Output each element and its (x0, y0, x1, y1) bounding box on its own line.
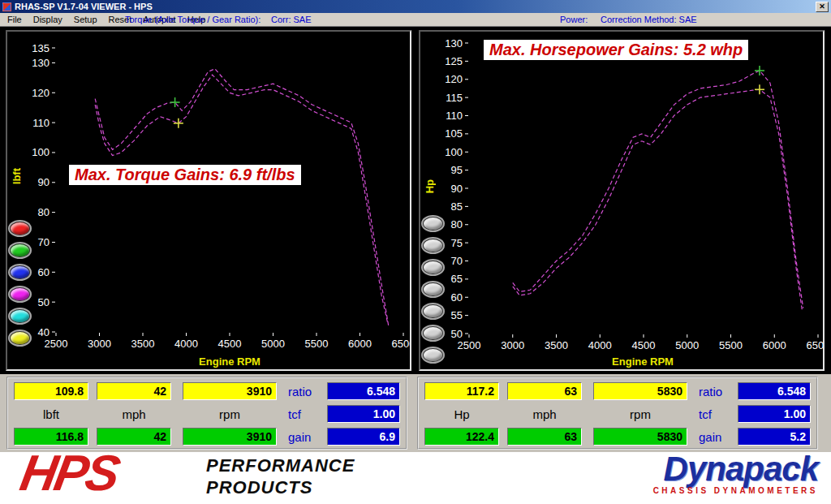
gain-label: gain (695, 430, 738, 444)
torque-color-button-2[interactable] (10, 265, 30, 279)
speed-unit-label: mph (507, 407, 582, 421)
y-tick-label: 105 (445, 127, 463, 140)
y-tick-label: 60 (451, 291, 463, 304)
y-tick-label: 50 (451, 328, 463, 340)
torque-color-button-3[interactable] (10, 287, 30, 301)
y-tick-label: 70 (38, 236, 50, 248)
power-header-label: Power: (560, 15, 588, 24)
power-color-button-6[interactable] (423, 348, 443, 362)
y-tick-label: 120 (32, 87, 50, 99)
torque-y-axis-label: lbft (11, 168, 23, 184)
x-tick-label: 3000 (88, 338, 111, 350)
rpm-run1-value: 3910 (183, 382, 277, 400)
y-tick-label: 50 (38, 296, 50, 308)
power-color-button-2[interactable] (423, 261, 443, 274)
ratio-label: ratio (285, 385, 327, 398)
torque-correction-label: Corr: SAE (271, 15, 312, 24)
power-color-button-4[interactable] (423, 304, 443, 318)
power-color-button-3[interactable] (423, 282, 443, 296)
y-tick-label: 130 (32, 57, 50, 69)
y-tick-label: 125 (445, 55, 463, 67)
power-color-button-5[interactable] (423, 326, 443, 340)
torque-color-button-1[interactable] (10, 243, 30, 257)
torque-gain-annotation: Max. Torque Gains: 6.9 ft/lbs (69, 165, 301, 185)
power-color-button-0[interactable] (423, 217, 443, 230)
torque-color-button-4[interactable] (10, 309, 30, 323)
ratio-value: 6.548 (327, 382, 400, 400)
y-tick-label: 130 (445, 37, 463, 50)
y-tick-label: 135 (32, 42, 50, 54)
y-tick-label: 60 (38, 266, 50, 278)
power-plot[interactable]: 5055606570758085909510010511011512012513… (420, 32, 823, 369)
power-run1-value: 117.2 (424, 382, 499, 400)
x-tick-label: 5500 (305, 338, 329, 350)
speed-run2-value: 63 (507, 428, 582, 446)
x-tick-label: 3500 (131, 338, 155, 350)
power-y-axis-label: Hp (424, 179, 436, 193)
y-tick-label: 40 (38, 326, 50, 338)
power-run2-value: 122.4 (424, 428, 499, 446)
y-tick-label: 80 (38, 206, 50, 218)
gain-label: gain (285, 430, 327, 444)
power-chart-panel: 5055606570758085909510010511011512012513… (419, 30, 825, 371)
speed-unit-label: mph (97, 407, 171, 421)
x-tick-label: 2500 (458, 339, 481, 351)
close-button[interactable]: ✕ (816, 2, 829, 12)
torque-readout-panel: 109.8 42 3910 ratio 6.548 lbft mph rpm t… (6, 377, 407, 450)
y-tick-label: 65 (451, 273, 463, 285)
menu-display[interactable]: Display (28, 15, 68, 24)
torque-color-button-0[interactable] (10, 222, 30, 235)
power-correction-label: Correction Method: SAE (601, 15, 697, 24)
x-tick-label: 5000 (675, 339, 699, 351)
power-plot-color-buttons (423, 217, 443, 362)
x-tick-label: 6500 (807, 339, 823, 351)
rpm-run1-value: 5830 (593, 382, 687, 400)
torque-plot-color-buttons (10, 222, 30, 345)
x-tick-label: 3000 (501, 339, 524, 351)
tcf-value: 1.00 (327, 405, 400, 423)
menu-file[interactable]: File (2, 15, 28, 24)
torque-header-label: Torque (Axle Torque / Gear Ratio): (125, 15, 260, 24)
gain-value: 5.2 (738, 428, 811, 446)
y-tick-label: 110 (32, 117, 50, 129)
readout-strip: 109.8 42 3910 ratio 6.548 lbft mph rpm t… (0, 374, 831, 452)
x-tick-label: 4500 (218, 338, 242, 350)
power-color-button-1[interactable] (423, 239, 443, 252)
hps-tagline: PERFORMANCE PRODUCTS (206, 454, 355, 498)
x-tick-label: 4000 (174, 338, 198, 350)
torque-x-axis-label: Engine RPM (56, 355, 403, 368)
x-tick-label: 6000 (763, 339, 786, 351)
y-tick-label: 100 (445, 146, 463, 158)
window-title: RHAS-SP V1.7-04 VIEWER - HPS (15, 2, 153, 11)
dyno-curve-gain_run (95, 69, 389, 326)
speed-run1-value: 42 (97, 382, 171, 400)
rpm-unit-label: rpm (593, 407, 687, 421)
menu-bar: File Display Setup Reset Autoplot Help T… (0, 13, 831, 27)
torque-run2-value: 116.8 (14, 428, 88, 446)
x-tick-label: 5500 (719, 339, 743, 351)
y-tick-label: 70 (451, 255, 463, 267)
torque-color-button-5[interactable] (10, 331, 30, 345)
dyno-curve-baseline (95, 75, 388, 323)
power-x-axis-label: Engine RPM (469, 355, 816, 368)
y-tick-label: 90 (38, 176, 50, 188)
dyno-curve-baseline (513, 89, 803, 312)
x-tick-label: 4500 (632, 339, 656, 351)
y-tick-label: 80 (451, 218, 463, 230)
hps-logo: HPS (16, 444, 123, 502)
dynapack-logo: Dynapack CHASSIS DYNAMOMETERS (653, 450, 818, 495)
torque-run1-value: 109.8 (14, 382, 88, 400)
torque-plot[interactable]: 4050607080901001101201301352500300035004… (7, 32, 410, 369)
ratio-value: 6.548 (738, 382, 811, 400)
dynapack-subtitle: CHASSIS DYNAMOMETERS (653, 486, 818, 495)
y-tick-label: 95 (451, 164, 463, 176)
window-titlebar: RHAS-SP V1.7-04 VIEWER - HPS ✕ (0, 0, 831, 13)
y-tick-label: 90 (451, 183, 463, 195)
rpm-unit-label: rpm (183, 407, 277, 421)
power-readout-panel: 117.2 63 5830 ratio 6.548 Hp mph rpm tcf… (417, 377, 818, 450)
y-tick-label: 55 (451, 309, 463, 321)
x-tick-label: 6500 (392, 338, 410, 350)
x-tick-label: 3500 (545, 339, 568, 351)
menu-setup[interactable]: Setup (68, 15, 103, 24)
x-tick-label: 5000 (261, 338, 285, 350)
